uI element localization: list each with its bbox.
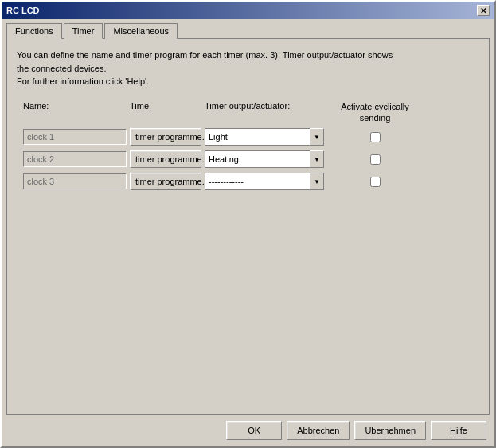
timer-3-name-input[interactable] — [23, 173, 127, 189]
info-text: You can define the name and timer progra… — [17, 49, 479, 88]
timer-3-checkbox[interactable] — [370, 177, 381, 187]
col-time-header: Time: — [130, 101, 201, 124]
timer-1-output-select[interactable]: Light Heating ------------ — [205, 128, 322, 146]
timer-3-output-wrapper: Light Heating ------------ ▼ — [205, 173, 324, 190]
timer-1-checkbox-cell — [327, 132, 423, 142]
main-window: RC LCD ✕ Functions Timer Miscellaneous Y… — [0, 0, 496, 448]
table-header: Name: Time: Timer output/actuator: Activ… — [17, 101, 479, 124]
help-button[interactable]: Hilfe — [431, 421, 486, 440]
apply-button[interactable]: Übernehmen — [354, 421, 426, 440]
cancel-button[interactable]: Abbrechen — [287, 421, 350, 440]
timer-3-output-select[interactable]: Light Heating ------------ — [205, 173, 322, 190]
timer-2-checkbox-cell — [327, 154, 423, 165]
window-title: RC LCD — [6, 6, 40, 15]
tab-content-timer: You can define the name and timer progra… — [6, 38, 490, 415]
timer-row-2: timer programme... Light Heating -------… — [17, 150, 479, 168]
timer-1-name-input[interactable] — [23, 129, 127, 145]
tab-bar: Functions Timer Miscellaneous — [2, 19, 494, 38]
timer-1-checkbox[interactable] — [370, 132, 381, 142]
close-button[interactable]: ✕ — [477, 5, 490, 16]
timer-2-output-select[interactable]: Light Heating ------------ — [205, 150, 322, 168]
tab-timer[interactable]: Timer — [64, 23, 103, 39]
col-output-header: Timer output/actuator: — [205, 101, 324, 124]
timer-2-programme-button[interactable]: timer programme... — [130, 150, 201, 168]
ok-button[interactable]: OK — [226, 421, 282, 440]
col-name-header: Name: — [23, 101, 127, 124]
bottom-bar: OK Abbrechen Übernehmen Hilfe — [2, 415, 494, 446]
tab-miscellaneous[interactable]: Miscellaneous — [104, 23, 178, 39]
timer-2-checkbox[interactable] — [370, 154, 381, 165]
title-bar: RC LCD ✕ — [2, 2, 494, 19]
timer-row-3: timer programme... Light Heating -------… — [17, 173, 479, 190]
timer-row-1: timer programme... Light Heating -------… — [17, 128, 479, 146]
timer-3-programme-button[interactable]: timer programme... — [130, 173, 201, 190]
timer-2-name-input[interactable] — [23, 151, 127, 167]
timer-2-output-wrapper: Light Heating ------------ ▼ — [205, 150, 324, 168]
timer-1-programme-button[interactable]: timer programme... — [130, 128, 201, 146]
tab-functions[interactable]: Functions — [6, 23, 62, 39]
timer-3-checkbox-cell — [327, 177, 423, 187]
col-activate-header: Activate cyclicallysending — [327, 101, 423, 124]
timer-1-output-wrapper: Light Heating ------------ ▼ — [205, 128, 324, 146]
